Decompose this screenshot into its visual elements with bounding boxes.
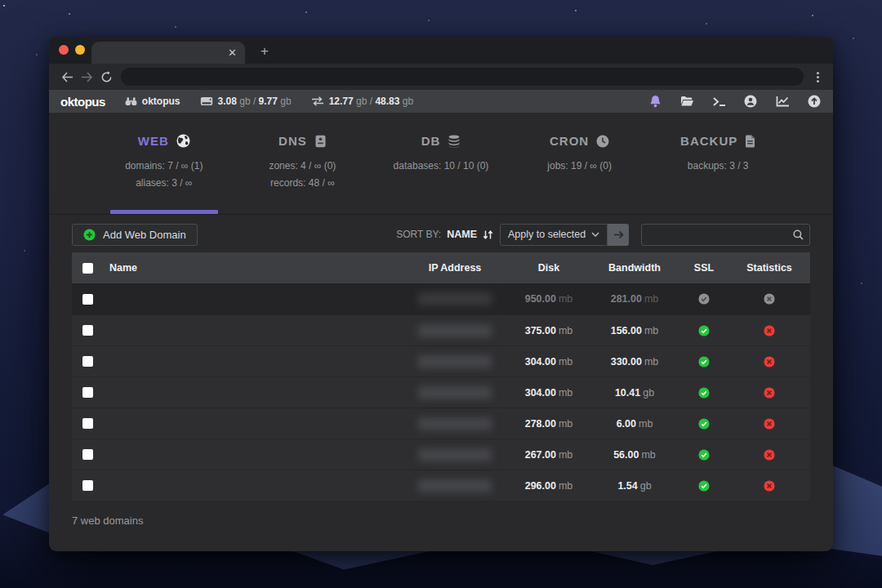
ip-redacted — [418, 324, 492, 337]
disk-value: 375.00 — [525, 325, 556, 336]
ssl-status-icon — [679, 449, 728, 461]
notifications-bell-icon[interactable] — [648, 94, 662, 109]
tab-close-icon[interactable]: ✕ — [228, 47, 237, 58]
address-bar[interactable] — [121, 68, 804, 86]
list-toolbar: Add Web Domain SORT BY: NAME Apply to se… — [72, 223, 810, 246]
app-logo[interactable]: oktopus — [60, 95, 105, 109]
disk-value: 304.00 — [525, 387, 556, 399]
search-input[interactable] — [642, 229, 786, 240]
cron-jobs-count: jobs: 19 / ∞ (0) — [510, 158, 649, 175]
dns-records-count: records: 48 / ∞ — [234, 175, 372, 192]
row-checkbox[interactable] — [82, 294, 93, 305]
ip-redacted — [418, 386, 492, 399]
web-domains-count: domains: 7 / ∞ (1) — [95, 158, 234, 175]
add-web-domain-button[interactable]: Add Web Domain — [72, 224, 198, 246]
tab-cron[interactable]: CRON jobs: 19 / ∞ (0) — [510, 134, 649, 214]
browser-tab[interactable]: ✕ — [91, 42, 245, 64]
tab-db-label: DB — [421, 134, 441, 148]
dns-book-icon — [314, 135, 327, 148]
tab-db[interactable]: DB databases: 10 / 10 (0) — [372, 134, 510, 214]
apply-go-button[interactable] — [608, 224, 629, 246]
disk-value: 304.00 — [525, 356, 556, 368]
browser-menu-icon[interactable] — [810, 72, 825, 82]
col-name: Name — [105, 262, 402, 274]
ssl-status-icon — [679, 325, 728, 336]
globe-icon — [176, 134, 190, 148]
apply-to-selected-dropdown[interactable]: Apply to selected — [500, 224, 608, 246]
browser-toolbar — [49, 64, 833, 90]
back-icon[interactable] — [57, 67, 77, 87]
ip-redacted — [418, 292, 492, 305]
search-box[interactable] — [641, 224, 810, 246]
logout-up-icon[interactable] — [807, 94, 822, 109]
app-header: oktopus oktopus 3.08 gb / 9.77 gb 12.77 … — [49, 90, 833, 113]
plus-circle-icon — [83, 229, 96, 241]
table-row[interactable]: 304.00mb 10.41gb — [72, 376, 810, 408]
files-folder-icon[interactable] — [679, 94, 694, 109]
bandwidth-usage[interactable]: 12.77 gb / 48.83 gb — [311, 96, 414, 107]
bandwidth-value: 56.00 — [613, 449, 639, 461]
tab-web[interactable]: WEB domains: 7 / ∞ (1)aliases: 3 / ∞ — [95, 134, 234, 214]
user-account-icon[interactable] — [743, 94, 758, 109]
dns-zones-count: zones: 4 / ∞ (0) — [234, 158, 372, 175]
ssl-status-icon — [679, 356, 728, 368]
row-checkbox[interactable] — [82, 480, 93, 491]
select-all-checkbox[interactable] — [82, 263, 93, 274]
web-aliases-count: aliases: 3 / ∞ — [95, 175, 234, 192]
tab-backup[interactable]: BACKUP backups: 3 / 3 — [648, 134, 787, 214]
row-checkbox[interactable] — [82, 449, 93, 460]
col-bandwidth: Bandwidth — [590, 262, 679, 274]
backups-count: backups: 3 / 3 — [648, 158, 787, 175]
sort-label: SORT BY: — [396, 229, 441, 240]
disk-total: 9.77 — [259, 96, 278, 107]
desktop-wallpaper: ✕ + oktopus oktopus — [0, 0, 882, 588]
ip-redacted — [418, 448, 492, 461]
col-disk: Disk — [508, 262, 590, 274]
statistics-status-icon — [728, 418, 810, 430]
table-row[interactable]: 278.00mb 6.00mb — [72, 408, 810, 439]
address-input[interactable] — [121, 71, 804, 82]
row-checkbox[interactable] — [82, 325, 93, 336]
bandwidth-value: 281.00 — [611, 293, 642, 305]
tab-dns[interactable]: DNS zones: 4 / ∞ (0)records: 48 / ∞ — [234, 134, 372, 214]
tab-dns-label: DNS — [278, 134, 307, 148]
bandwidth-value: 156.00 — [611, 325, 642, 336]
clock-icon — [596, 135, 609, 148]
table-row[interactable]: 950.00mb 281.00mb — [72, 283, 810, 314]
sort-arrows-icon — [483, 229, 493, 240]
reload-icon[interactable] — [96, 67, 116, 87]
row-checkbox[interactable] — [82, 418, 93, 429]
new-tab-button[interactable]: + — [255, 42, 274, 61]
active-tab-underline — [110, 210, 218, 214]
table-row[interactable]: 375.00mb 156.00mb — [72, 314, 810, 345]
web-domains-table: Name IP Address Disk Bandwidth SSL Stati… — [72, 252, 810, 501]
table-row[interactable]: 304.00mb 330.00mb — [72, 345, 810, 376]
statistics-status-icon — [728, 480, 810, 492]
stars — [3, 5, 5, 7]
disk-value: 296.00 — [525, 480, 556, 492]
bandwidth-value: 10.41 — [615, 387, 640, 399]
ssl-status-icon — [679, 480, 728, 492]
disk-usage[interactable]: 3.08 gb / 9.77 gb — [200, 96, 292, 107]
row-checkbox[interactable] — [82, 356, 93, 367]
db-count: databases: 10 / 10 (0) — [372, 158, 510, 175]
browser-tab-strip: ✕ + — [49, 37, 833, 64]
statistics-status-icon — [728, 449, 810, 461]
table-row[interactable]: 296.00mb 1.54gb — [72, 470, 810, 501]
search-icon[interactable] — [786, 225, 809, 245]
forward-icon[interactable] — [77, 67, 96, 87]
close-window-button[interactable] — [59, 45, 69, 55]
table-header-row: Name IP Address Disk Bandwidth SSL Stati… — [72, 252, 810, 283]
statistics-status-icon — [728, 325, 810, 336]
sort-control[interactable]: SORT BY: NAME — [396, 229, 493, 240]
minimize-window-button[interactable] — [75, 45, 85, 55]
tab-backup-label: BACKUP — [680, 134, 737, 148]
statistics-chart-icon[interactable] — [775, 94, 790, 109]
row-checkbox[interactable] — [82, 387, 93, 398]
terminal-icon[interactable] — [711, 94, 726, 109]
net-used: 12.77 — [329, 96, 354, 107]
binoculars-icon — [125, 96, 137, 106]
user-indicator[interactable]: oktopus — [125, 96, 180, 107]
sort-value: NAME — [447, 229, 477, 240]
table-row[interactable]: 267.00mb 56.00mb — [72, 439, 810, 470]
